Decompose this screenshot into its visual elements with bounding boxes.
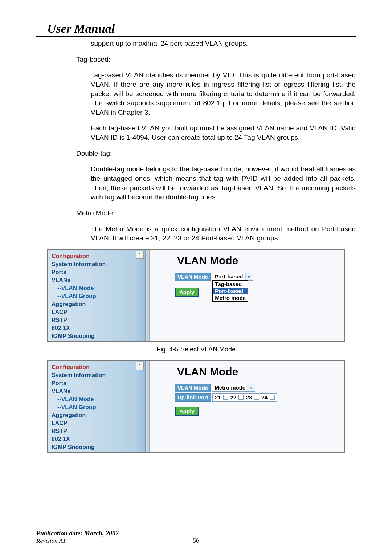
- vlan-mode-row: VLAN Mode Port-based v Tag-based Port-ba…: [175, 273, 337, 281]
- scroll-up-icon-2[interactable]: ⌃: [136, 362, 144, 370]
- nav-igmp-snooping[interactable]: IGMP Snooping: [52, 332, 145, 340]
- nav-vlan-group-2[interactable]: --VLAN Group: [52, 403, 145, 411]
- nav-sidebar: ⌃ Configuration System Information Ports…: [48, 250, 146, 341]
- nav-8021x[interactable]: 802.1X: [52, 324, 145, 332]
- nav-aggregation[interactable]: Aggregation: [52, 300, 145, 308]
- apply-button-2[interactable]: Apply: [175, 407, 199, 416]
- dropdown-option-portbased[interactable]: Port-based: [213, 288, 248, 294]
- publication-date: Publication date: March, 2007: [36, 530, 119, 537]
- vlan-mode-dropdown-list: Tag-based Port-based Metro mode: [212, 280, 248, 302]
- metromode-heading: Metro Mode:: [76, 208, 356, 218]
- nav-lacp[interactable]: LACP: [52, 308, 145, 316]
- dropdown-option-metromode[interactable]: Metro mode: [213, 294, 248, 301]
- dropdown-arrow-icon-2[interactable]: v: [248, 384, 255, 391]
- nav-rstp[interactable]: RSTP: [52, 316, 145, 324]
- uplink-port-24-checkbox[interactable]: [270, 395, 275, 400]
- dropdown-arrow-icon[interactable]: v: [245, 273, 253, 280]
- panel-title-2: VLAN Mode: [177, 366, 337, 378]
- vlan-mode-selected-value-2: Metro mode: [212, 384, 248, 391]
- nav-lacp-2[interactable]: LACP: [52, 419, 145, 427]
- tagbased-heading: Tag-based:: [76, 55, 356, 64]
- nav-configuration-2[interactable]: Configuration: [52, 363, 145, 371]
- uplink-port-group: 21 22 23 24: [212, 393, 277, 402]
- main-panel-1: VLAN Mode VLAN Mode Port-based v Tag-bas…: [150, 250, 344, 341]
- uplink-port-23-label: 23: [246, 394, 252, 400]
- tagbased-paragraph-2: Each tag-based VLAN you built up must be…: [91, 123, 356, 142]
- vlan-mode-select[interactable]: Port-based v Tag-based Port-based Metro …: [212, 273, 253, 281]
- vlan-mode-label-2: VLAN Mode: [175, 384, 211, 392]
- uplink-port-23-checkbox[interactable]: [254, 395, 259, 400]
- intro-fragment: support up to maximal 24 port-based VLAN…: [91, 39, 356, 48]
- pane-divider-2[interactable]: [146, 361, 150, 452]
- figure-2: ⌃ Configuration System Information Ports…: [47, 360, 345, 453]
- nav-vlan-mode-2[interactable]: --VLAN Mode: [52, 395, 145, 403]
- nav-igmp-snooping-2[interactable]: IGMP Snooping: [52, 443, 145, 451]
- uplink-port-21-checkbox[interactable]: [223, 395, 228, 400]
- uplink-port-24-label: 24: [261, 394, 268, 400]
- nav-system-information[interactable]: System Information: [52, 260, 145, 268]
- main-panel-2: VLAN Mode VLAN Mode Metro mode v Up-link…: [150, 361, 344, 452]
- tagbased-paragraph-1: Tag-based VLAN identifies its member by …: [91, 70, 356, 117]
- nav-sidebar-2: ⌃ Configuration System Information Ports…: [48, 361, 146, 452]
- uplink-port-22-label: 22: [230, 394, 237, 400]
- apply-button[interactable]: Apply: [175, 288, 199, 297]
- uplink-port-label: Up-link Port: [175, 393, 211, 402]
- figure-1-caption: Fig. 4-5 Select VLAN Mode: [36, 346, 356, 353]
- figure-1: ⌃ Configuration System Information Ports…: [47, 249, 345, 342]
- nav-vlans[interactable]: VLANs: [52, 276, 145, 284]
- page-number: 56: [0, 537, 392, 545]
- nav-ports[interactable]: Ports: [52, 268, 145, 276]
- uplink-port-21-label: 21: [215, 394, 221, 400]
- vlan-mode-select-2[interactable]: Metro mode v: [212, 384, 255, 392]
- nav-vlans-2[interactable]: VLANs: [52, 387, 145, 395]
- nav-ports-2[interactable]: Ports: [52, 379, 145, 387]
- vlan-mode-row-2: VLAN Mode Metro mode v: [175, 384, 337, 392]
- vlan-mode-label: VLAN Mode: [175, 273, 211, 281]
- nav-rstp-2[interactable]: RSTP: [52, 427, 145, 435]
- nav-configuration[interactable]: Configuration: [52, 252, 145, 260]
- panel-title: VLAN Mode: [177, 254, 337, 267]
- nav-vlan-group[interactable]: --VLAN Group: [52, 292, 145, 300]
- scroll-up-icon[interactable]: ⌃: [136, 251, 144, 259]
- pane-divider[interactable]: [146, 250, 150, 341]
- vlan-mode-selected-value: Port-based: [212, 273, 245, 280]
- dropdown-option-tagbased[interactable]: Tag-based: [213, 281, 248, 288]
- uplink-port-22-checkbox[interactable]: [238, 395, 244, 400]
- nav-system-information-2[interactable]: System Information: [52, 371, 145, 379]
- nav-8021x-2[interactable]: 802.1X: [52, 435, 145, 443]
- doubletag-heading: Double-tag:: [76, 149, 356, 158]
- uplink-port-row: Up-link Port 21 22 23 24: [175, 393, 337, 402]
- nav-vlan-mode[interactable]: --VLAN Mode: [52, 284, 145, 292]
- nav-aggregation-2[interactable]: Aggregation: [52, 411, 145, 419]
- page-header-title: User Manual: [36, 22, 356, 37]
- metromode-paragraph: The Metro Mode is a quick configuration …: [91, 224, 356, 243]
- doubletag-paragraph: Double-tag mode belongs to the tag-based…: [91, 164, 356, 202]
